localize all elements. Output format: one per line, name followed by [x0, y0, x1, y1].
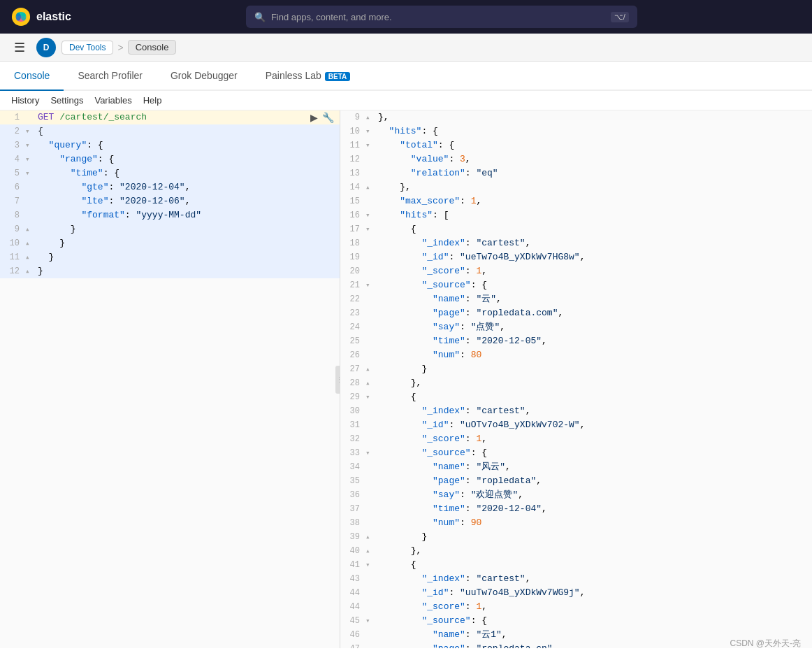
breadcrumb-current: Console	[128, 40, 177, 55]
panel-divider[interactable]: ⋮	[335, 366, 340, 394]
r-line-13: 13 "relation": "eq"	[340, 166, 812, 180]
code-line-2: 2 ▾ {	[0, 124, 340, 138]
r-line-20: 20 "_score": 1,	[340, 264, 812, 278]
code-line-8: 8 "format": "yyyy-MM-dd"	[0, 208, 340, 222]
r-line-15: 15 "max_score": 1,	[340, 194, 812, 208]
r-line-36: 36 "say": "欢迎点赞",	[340, 488, 812, 502]
r-line-34: 34 "name": "风云",	[340, 460, 812, 474]
r-line-41: 41 ▾ {	[340, 558, 812, 572]
line-content-1: GET /cartest/_search	[36, 110, 310, 124]
editor-area: 1 GET /cartest/_search ▶ 🔧 2 ▾ { 3 ▾ "qu…	[0, 110, 812, 648]
watermark: CSDN @天外天-亮	[730, 638, 801, 648]
code-line-12: 12 ▴ }	[0, 264, 340, 278]
tab-grok-debugger[interactable]: Grok Debugger	[157, 62, 252, 91]
request-editor[interactable]: 1 GET /cartest/_search ▶ 🔧 2 ▾ { 3 ▾ "qu…	[0, 110, 340, 648]
response-editor[interactable]: 9 ▴ }, 10 ▾ "hits": { 11 ▾ "total": { 12…	[340, 110, 812, 648]
r-line-29: 29 ▾ {	[340, 390, 812, 404]
r-line-11: 11 ▾ "total": {	[340, 138, 812, 152]
beta-badge: BETA	[325, 72, 350, 81]
code-line-10: 10 ▴ }	[0, 236, 340, 250]
avatar[interactable]: D	[36, 38, 56, 57]
r-line-16: 16 ▾ "hits": [	[340, 208, 812, 222]
breadcrumb-bar: ☰ D Dev Tools > Console	[0, 34, 812, 62]
r-line-44: 44 "_id": "uuTw7o4B_yXDkWv7WG9j",	[340, 586, 812, 600]
hamburger-button[interactable]: ☰	[11, 37, 28, 58]
r-line-21: 21 ▾ "_source": {	[340, 278, 812, 292]
breadcrumb-separator: >	[117, 42, 123, 53]
r-line-10: 10 ▾ "hits": {	[340, 124, 812, 138]
r-line-35: 35 "page": "ropledata",	[340, 474, 812, 488]
r-line-14: 14 ▴ },	[340, 180, 812, 194]
tab-search-profiler[interactable]: Search Profiler	[64, 62, 157, 91]
global-search[interactable]: 🔍 Find apps, content, and more. ⌥/	[246, 6, 637, 28]
code-line-9: 9 ▴ }	[0, 222, 340, 236]
left-editor-panel: 1 GET /cartest/_search ▶ 🔧 2 ▾ { 3 ▾ "qu…	[0, 110, 340, 648]
r-line-45: 45 ▾ "_source": {	[340, 614, 812, 628]
toolbar-variables[interactable]: Variables	[94, 95, 131, 106]
tabs-bar: Console Search Profiler Grok Debugger Pa…	[0, 62, 812, 91]
svg-point-3	[16, 13, 21, 20]
r-line-37: 37 "time": "2020-12-04",	[340, 502, 812, 516]
r-line-9: 9 ▴ },	[340, 110, 812, 124]
code-line-4: 4 ▾ "range": {	[0, 152, 340, 166]
r-line-27: 27 ▴ }	[340, 362, 812, 376]
r-line-23: 23 "page": "ropledata.com",	[340, 306, 812, 320]
toolbar-history[interactable]: History	[11, 95, 39, 106]
r-line-25: 25 "time": "2020-12-05",	[340, 334, 812, 348]
code-line-1: 1 GET /cartest/_search ▶ 🔧	[0, 110, 340, 124]
run-button[interactable]: ▶	[310, 112, 318, 123]
r-line-30: 30 "_index": "cartest",	[340, 404, 812, 418]
line-number-1: 1	[0, 110, 25, 124]
logo-text: elastic	[36, 10, 71, 23]
r-line-12: 12 "value": 3,	[340, 152, 812, 166]
fold-1[interactable]	[25, 110, 36, 124]
code-line-5: 5 ▾ "time": {	[0, 166, 340, 180]
tab-painless-lab[interactable]: Painless LabBETA	[252, 62, 365, 91]
r-line-18: 18 "_index": "cartest",	[340, 236, 812, 250]
top-navigation: elastic 🔍 Find apps, content, and more. …	[0, 0, 812, 34]
r-line-32: 32 "_score": 1,	[340, 432, 812, 446]
right-editor-panel: 9 ▴ }, 10 ▾ "hits": { 11 ▾ "total": { 12…	[340, 110, 812, 648]
toolbar-help[interactable]: Help	[143, 95, 162, 106]
r-line-40: 40 ▴ },	[340, 544, 812, 558]
search-placeholder: Find apps, content, and more.	[271, 12, 392, 22]
r-line-28: 28 ▴ },	[340, 376, 812, 390]
tab-console[interactable]: Console	[0, 62, 64, 91]
wrench-button[interactable]: 🔧	[322, 112, 334, 123]
r-line-39: 39 ▴ }	[340, 530, 812, 544]
r-line-17: 17 ▾ {	[340, 222, 812, 236]
r-line-33: 33 ▾ "_source": {	[340, 446, 812, 460]
toolbar: History Settings Variables Help	[0, 91, 812, 110]
search-icon: 🔍	[254, 12, 266, 22]
r-line-43: 43 "_index": "cartest",	[340, 572, 812, 586]
r-line-19: 19 "_id": "ueTw7o4B_yXDkWv7HG8w",	[340, 250, 812, 264]
code-line-11: 11 ▴ }	[0, 250, 340, 264]
r-line-31: 31 "_id": "uOTv7o4B_yXDkWv702-W",	[340, 418, 812, 432]
code-line-6: 6 "gte": "2020-12-04",	[0, 180, 340, 194]
elastic-logo[interactable]: elastic	[11, 7, 71, 27]
code-line-3: 3 ▾ "query": {	[0, 138, 340, 152]
line-actions: ▶ 🔧	[310, 112, 340, 123]
toolbar-settings[interactable]: Settings	[50, 95, 83, 106]
r-line-24: 24 "say": "点赞",	[340, 320, 812, 334]
r-line-44b: 44 "_score": 1,	[340, 600, 812, 614]
search-shortcut: ⌥/	[611, 12, 629, 22]
code-line-7: 7 "lte": "2020-12-06",	[0, 194, 340, 208]
r-line-38: 38 "num": 90	[340, 516, 812, 530]
breadcrumb-devtools[interactable]: Dev Tools	[61, 41, 113, 55]
r-line-22: 22 "name": "云",	[340, 292, 812, 306]
r-line-26: 26 "num": 80	[340, 348, 812, 362]
svg-point-4	[21, 13, 26, 20]
